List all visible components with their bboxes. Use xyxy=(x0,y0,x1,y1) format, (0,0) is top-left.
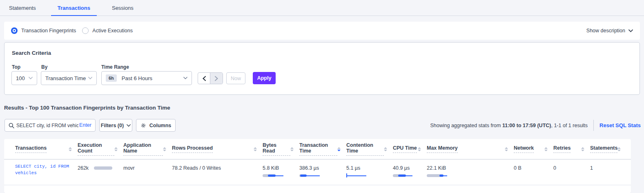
column-header-transactions[interactable]: Transactions xyxy=(15,145,78,153)
column-label-max_memory: Max Memory xyxy=(427,145,458,153)
radio-selected-icon[interactable] xyxy=(11,27,18,34)
cell-value: 5.1 µs xyxy=(346,165,393,171)
sort-icon[interactable] xyxy=(290,147,294,151)
sort-icon[interactable] xyxy=(384,147,387,151)
column-label-bytes_read: Bytes Read xyxy=(263,142,290,156)
time-prev-button[interactable] xyxy=(198,73,210,84)
column-header-application_name[interactable]: Application Name xyxy=(123,142,172,156)
cell-value: 40.9 µs xyxy=(393,165,427,171)
cell-value: 386.3 µs xyxy=(299,165,346,171)
time-range-label: Time Range xyxy=(101,64,129,70)
column-label-application_name: Application Name xyxy=(123,142,163,156)
search-input[interactable] xyxy=(16,119,78,131)
cell-value: 5.8 KiB xyxy=(263,165,299,171)
search-criteria-card: Search Criteria Top 100 By Transaction T… xyxy=(4,42,640,95)
cell-transactions: SELECT city, id FROM vehicles xyxy=(15,159,78,185)
tab-sessions[interactable]: Sessions xyxy=(105,0,140,16)
results-heading: Results - Top 100 Transaction Fingerprin… xyxy=(4,105,170,111)
columns-label: Columns xyxy=(149,123,171,128)
show-description-toggle[interactable]: Show description xyxy=(586,22,633,40)
table-header-row: TransactionsExecution CountApplication N… xyxy=(4,139,631,159)
column-label-execution_count: Execution Count xyxy=(78,142,114,156)
top-label: Top xyxy=(12,64,20,70)
sort-icon[interactable] xyxy=(544,147,548,151)
column-header-max_memory[interactable]: Max Memory xyxy=(427,145,514,153)
column-label-cpu_time: CPU Time xyxy=(393,145,417,153)
search-criteria-title: Search Criteria xyxy=(12,50,51,56)
column-header-network[interactable]: Network xyxy=(514,145,553,153)
tab-transactions[interactable]: Transactions xyxy=(51,0,97,16)
column-header-rows_processed[interactable]: Rows Processed xyxy=(172,145,263,153)
cell-execution_count: 262k xyxy=(78,159,123,185)
cell-application_name: movr xyxy=(123,159,172,185)
stat-bar xyxy=(427,174,451,178)
transaction-fingerprint-link[interactable]: SELECT city, id FROM vehicles xyxy=(15,163,76,176)
column-header-retries[interactable]: Retries xyxy=(553,145,590,153)
stats-group: Showing aggregated stats from 11:00 to 1… xyxy=(430,119,641,132)
stat-bar xyxy=(299,174,324,178)
chevron-right-icon xyxy=(215,76,218,81)
cell-contention_time: 5.1 µs xyxy=(346,159,393,185)
column-header-contention_time[interactable]: Contention Time xyxy=(346,142,393,156)
chevron-down-icon xyxy=(127,123,131,128)
stat-bar xyxy=(393,174,417,178)
time-range-badge: 6h xyxy=(106,74,117,82)
column-header-statements[interactable]: Statements xyxy=(590,145,625,153)
column-header-transaction_time[interactable]: Transaction Time xyxy=(299,142,346,156)
sort-icon[interactable] xyxy=(114,147,118,151)
sort-icon[interactable] xyxy=(505,147,508,151)
apply-button[interactable]: Apply xyxy=(253,72,276,84)
column-header-bytes_read[interactable]: Bytes Read xyxy=(263,142,299,156)
column-header-cpu_time[interactable]: CPU Time xyxy=(393,145,427,153)
filters-label: Filters (0) xyxy=(101,123,124,128)
top-select-value: 100 xyxy=(16,75,25,81)
filters-button[interactable]: Filters (0) xyxy=(99,119,132,132)
search-enter-button[interactable]: Enter xyxy=(79,122,91,128)
time-next-button[interactable] xyxy=(210,73,223,84)
stat-bar xyxy=(263,174,287,178)
time-nav-group xyxy=(198,72,223,84)
sort-icon[interactable] xyxy=(337,147,341,151)
chevron-left-icon xyxy=(203,76,206,81)
cell-max_memory: 22.1 KiB xyxy=(427,159,514,185)
radio-unselected-icon[interactable] xyxy=(82,27,89,34)
search-box: Enter xyxy=(4,119,96,132)
cell-network: 0 B xyxy=(514,159,553,185)
sort-icon[interactable] xyxy=(581,147,584,151)
sort-icon[interactable] xyxy=(418,147,421,151)
aggregated-stats-text: Showing aggregated stats from 11:00 to 1… xyxy=(430,123,588,128)
columns-button[interactable]: Columns xyxy=(136,119,176,132)
gear-icon xyxy=(140,123,146,128)
cell-retries: 0 xyxy=(553,159,590,185)
column-label-statements: Statements xyxy=(590,145,617,153)
now-button[interactable]: Now xyxy=(226,72,245,84)
sort-icon[interactable] xyxy=(254,147,257,151)
cell-value: 262k xyxy=(78,165,89,171)
column-label-rows_processed: Rows Processed xyxy=(172,145,213,153)
by-select-value: Transaction Time xyxy=(45,75,86,81)
sort-icon[interactable] xyxy=(163,147,166,151)
chevron-down-icon xyxy=(88,76,92,80)
count-bar xyxy=(94,166,112,170)
cell-value: 22.1 KiB xyxy=(427,165,514,171)
column-header-execution_count[interactable]: Execution Count xyxy=(78,142,123,156)
column-label-network: Network xyxy=(514,145,534,153)
chevron-down-icon xyxy=(183,76,187,80)
table-row: SELECT city, id FROM vehicles262kmovr78.… xyxy=(4,159,631,185)
chevron-down-icon xyxy=(628,29,633,32)
sort-icon[interactable] xyxy=(69,147,72,151)
time-range-select[interactable]: 6h Past 6 Hours xyxy=(101,71,192,85)
column-label-transaction_time: Transaction Time xyxy=(299,142,337,156)
radio-active-executions[interactable]: Active Executions xyxy=(82,27,133,34)
cell-transaction_time: 386.3 µs xyxy=(299,159,346,185)
stat-bar xyxy=(346,174,371,178)
sort-icon[interactable] xyxy=(617,147,621,151)
show-description-label: Show description xyxy=(586,28,625,34)
tab-statements[interactable]: Statements xyxy=(2,0,42,16)
cell-rows_processed: 78.2 Reads / 0 Writes xyxy=(172,159,263,185)
radio-transaction-fingerprints[interactable]: Transaction Fingerprints xyxy=(11,27,76,34)
top-select[interactable]: 100 xyxy=(11,71,37,85)
reset-sql-stats-link[interactable]: Reset SQL Stats xyxy=(599,122,641,128)
by-select[interactable]: Transaction Time xyxy=(41,71,97,85)
search-icon xyxy=(9,123,14,128)
